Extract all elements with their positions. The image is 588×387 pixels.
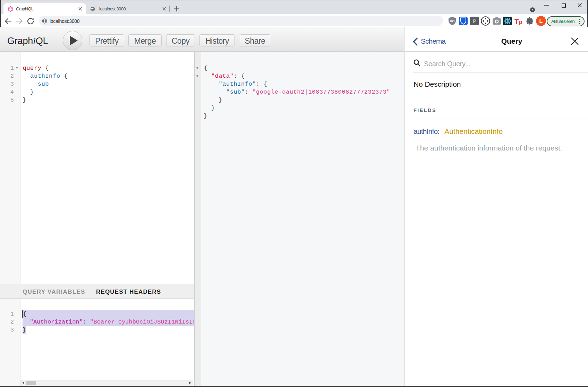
svg-text:P: P [473,18,476,24]
svg-text:UO: UO [450,19,455,23]
